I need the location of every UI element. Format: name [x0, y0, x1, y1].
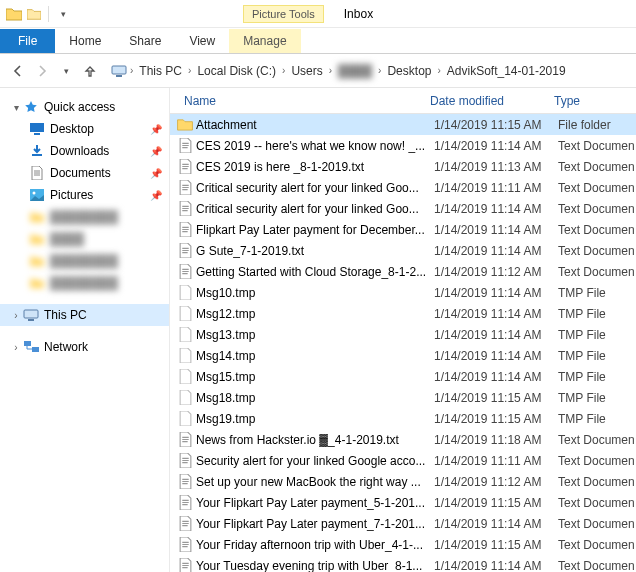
chevron-right-icon[interactable]: › — [327, 65, 334, 76]
file-date: 1/14/2019 11:12 AM — [434, 475, 558, 489]
file-date: 1/14/2019 11:12 AM — [434, 265, 558, 279]
tree-label: ████ — [50, 232, 84, 246]
ribbon-tabs: File Home Share View Manage — [0, 28, 636, 54]
chevron-right-icon[interactable]: › — [128, 65, 135, 76]
column-header-type[interactable]: Type — [554, 94, 636, 108]
file-row[interactable]: Msg13.tmp1/14/2019 11:14 AMTMP File — [170, 324, 636, 345]
file-row[interactable]: CES 2019 -- here's what we know now! _..… — [170, 135, 636, 156]
tab-home[interactable]: Home — [55, 29, 115, 53]
crumb-this-pc[interactable]: This PC — [135, 64, 186, 78]
folder-icon — [28, 253, 46, 269]
chevron-down-icon[interactable]: ▾ — [10, 102, 22, 113]
qat-dropdown-icon[interactable]: ▾ — [55, 6, 71, 22]
nav-up-icon[interactable] — [78, 59, 102, 83]
file-name: Attachment — [196, 118, 434, 132]
file-type: Text Documen — [558, 265, 636, 279]
pin-icon: 📌 — [149, 124, 163, 135]
tree-blurred-item[interactable]: ████████ — [0, 206, 169, 228]
breadcrumb[interactable]: › This PC › Local Disk (C:) › Users › ██… — [110, 58, 630, 84]
chevron-right-icon[interactable]: › — [10, 310, 22, 321]
qat-open-icon[interactable] — [26, 6, 42, 22]
file-row[interactable]: Critical security alert for your linked … — [170, 198, 636, 219]
tree-blurred-item[interactable]: ████████ — [0, 250, 169, 272]
file-row[interactable]: Your Flipkart Pay Later payment_5-1-201.… — [170, 492, 636, 513]
file-name: Flipkart Pay Later payment for December.… — [196, 223, 434, 237]
crumb-user-blurred[interactable]: ████ — [334, 64, 376, 78]
column-header-date[interactable]: Date modified — [430, 94, 554, 108]
nav-forward-icon[interactable] — [30, 59, 54, 83]
file-row[interactable]: Msg15.tmp1/14/2019 11:14 AMTMP File — [170, 366, 636, 387]
tree-blurred-item[interactable]: ████████ — [0, 272, 169, 294]
blank-file-icon — [176, 348, 194, 364]
file-row[interactable]: Critical security alert for your linked … — [170, 177, 636, 198]
file-row[interactable]: Msg19.tmp1/14/2019 11:15 AMTMP File — [170, 408, 636, 429]
file-row[interactable]: Attachment1/14/2019 11:15 AMFile folder — [170, 114, 636, 135]
pc-icon — [110, 59, 128, 83]
file-type: TMP File — [558, 412, 636, 426]
tree-pictures[interactable]: Pictures 📌 — [0, 184, 169, 206]
downloads-icon — [28, 143, 46, 159]
file-name: Msg12.tmp — [196, 307, 434, 321]
tab-file[interactable]: File — [0, 29, 55, 53]
file-row[interactable]: Security alert for your linked Google ac… — [170, 450, 636, 471]
file-row[interactable]: Your Friday afternoon trip with Uber_4-1… — [170, 534, 636, 555]
nav-tree: ▾ Quick access Desktop 📌 Downloads 📌 Doc… — [0, 88, 170, 572]
file-name: Security alert for your linked Google ac… — [196, 454, 434, 468]
file-name: Your Friday afternoon trip with Uber_4-1… — [196, 538, 434, 552]
file-name: News from Hackster.io ▓_4-1-2019.txt — [196, 433, 434, 447]
tree-label: Desktop — [50, 122, 94, 136]
column-header-name[interactable]: Name — [170, 94, 430, 108]
file-row[interactable]: News from Hackster.io ▓_4-1-2019.txt1/14… — [170, 429, 636, 450]
file-date: 1/14/2019 11:15 AM — [434, 391, 558, 405]
chevron-right-icon[interactable]: › — [435, 65, 442, 76]
text-file-icon — [176, 432, 194, 448]
file-row[interactable]: G Sute_7-1-2019.txt1/14/2019 11:14 AMTex… — [170, 240, 636, 261]
chevron-right-icon[interactable]: › — [376, 65, 383, 76]
file-date: 1/14/2019 11:15 AM — [434, 412, 558, 426]
tab-share[interactable]: Share — [115, 29, 175, 53]
tree-label: ████████ — [50, 254, 118, 268]
tree-quick-access[interactable]: ▾ Quick access — [0, 96, 169, 118]
file-row[interactable]: Msg18.tmp1/14/2019 11:15 AMTMP File — [170, 387, 636, 408]
crumb-users[interactable]: Users — [287, 64, 326, 78]
nav-back-icon[interactable] — [6, 59, 30, 83]
tab-manage[interactable]: Manage — [229, 29, 300, 53]
chevron-right-icon[interactable]: › — [186, 65, 193, 76]
file-row[interactable]: CES 2019 is here _8-1-2019.txt1/14/2019 … — [170, 156, 636, 177]
file-row[interactable]: Msg14.tmp1/14/2019 11:14 AMTMP File — [170, 345, 636, 366]
tree-blurred-item[interactable]: ████ — [0, 228, 169, 250]
tree-label: This PC — [44, 308, 87, 322]
file-type: File folder — [558, 118, 636, 132]
file-row[interactable]: Getting Started with Cloud Storage_8-1-2… — [170, 261, 636, 282]
file-row[interactable]: Flipkart Pay Later payment for December.… — [170, 219, 636, 240]
tree-this-pc[interactable]: › This PC — [0, 304, 169, 326]
crumb-current-folder[interactable]: AdvikSoft_14-01-2019 — [443, 64, 570, 78]
svg-rect-6 — [24, 310, 38, 318]
file-row[interactable]: Your Tuesday evening trip with Uber_8-1.… — [170, 555, 636, 572]
crumb-local-disk[interactable]: Local Disk (C:) — [193, 64, 280, 78]
tree-downloads[interactable]: Downloads 📌 — [0, 140, 169, 162]
crumb-desktop[interactable]: Desktop — [383, 64, 435, 78]
file-name: Critical security alert for your linked … — [196, 202, 434, 216]
file-row[interactable]: Msg10.tmp1/14/2019 11:14 AMTMP File — [170, 282, 636, 303]
chevron-right-icon[interactable]: › — [10, 342, 22, 353]
file-date: 1/14/2019 11:13 AM — [434, 160, 558, 174]
tree-documents[interactable]: Documents 📌 — [0, 162, 169, 184]
folder-icon — [28, 231, 46, 247]
file-row[interactable]: Set up your new MacBook the right way ..… — [170, 471, 636, 492]
file-row[interactable]: Msg12.tmp1/14/2019 11:14 AMTMP File — [170, 303, 636, 324]
file-type: Text Documen — [558, 223, 636, 237]
pc-icon — [22, 307, 40, 323]
tab-view[interactable]: View — [175, 29, 229, 53]
tree-network[interactable]: › Network — [0, 336, 169, 358]
file-date: 1/14/2019 11:14 AM — [434, 517, 558, 531]
svg-rect-0 — [112, 66, 126, 74]
chevron-right-icon[interactable]: › — [280, 65, 287, 76]
svg-rect-1 — [116, 75, 122, 77]
network-icon — [22, 339, 40, 355]
file-date: 1/14/2019 11:14 AM — [434, 139, 558, 153]
nav-recent-dropdown-icon[interactable]: ▾ — [54, 59, 78, 83]
tree-desktop[interactable]: Desktop 📌 — [0, 118, 169, 140]
file-row[interactable]: Your Flipkart Pay Later payment_7-1-201.… — [170, 513, 636, 534]
svg-point-5 — [33, 192, 36, 195]
